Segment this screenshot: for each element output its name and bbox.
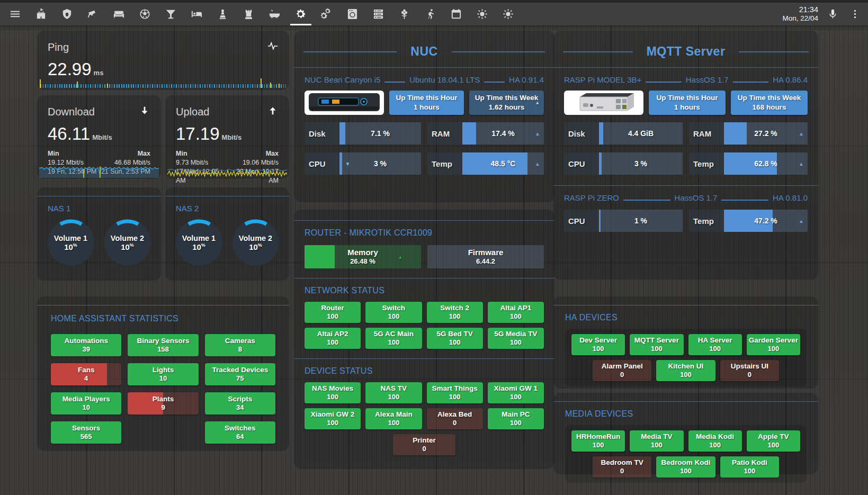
sensor-row[interactable]: CPU 3 % <box>564 152 683 175</box>
device-status-button[interactable]: Alexa Main 100 <box>365 408 422 429</box>
sensor-row[interactable]: Disk 7.1 % <box>305 122 421 145</box>
stat-button[interactable]: Switches 64 <box>205 421 275 444</box>
sensor-row[interactable]: RAM 27.2 % ▲ <box>689 122 808 145</box>
media-devices-row1: HRHomeRun 100 Media TV 100 Media Kodi 10… <box>571 430 800 452</box>
sensor-row[interactable]: CPU ▼ 3 % <box>305 152 421 175</box>
ha-device-button[interactable]: Garden Server 100 <box>747 334 800 355</box>
volume-gauge[interactable]: Volume 110% <box>46 217 96 268</box>
tab-chess-pawn-icon[interactable] <box>210 3 236 25</box>
tab-chess-rook-icon[interactable] <box>236 3 262 25</box>
device-status-button[interactable]: NAS TV 100 <box>365 382 422 403</box>
ha-device-button[interactable]: Upstairs UI 0 <box>720 360 779 381</box>
ping-title: Ping <box>48 41 69 53</box>
nas2-gauges: Volume 110% Volume 210% <box>165 217 289 268</box>
tab-cogs-icon[interactable] <box>314 3 339 25</box>
media-device-button[interactable]: HRHomeRun 100 <box>571 430 625 452</box>
media-device-button[interactable]: Bedroom Kodi 100 <box>656 456 715 478</box>
device-status-button[interactable]: Smart Things 100 <box>427 382 483 403</box>
network-status-button[interactable]: 5G AC Main 100 <box>365 328 422 349</box>
tab-castle-icon[interactable] <box>28 3 54 25</box>
stat-button[interactable]: Tracked Devices 75 <box>205 363 275 385</box>
device-status-button[interactable]: NAS Movies 100 <box>305 382 361 403</box>
mqtt-uptime-hour-button[interactable]: Up Time this Hour1 hours <box>649 91 726 115</box>
tab-server-icon[interactable] <box>365 3 391 25</box>
sensor-row[interactable]: Temp 47.2 % ▲ <box>689 210 808 232</box>
tab-sun-2-icon[interactable] <box>495 3 521 25</box>
router-status-card: ROUTER - MIKROTIK CCR1009 Memory 26.48 %… <box>294 210 554 469</box>
router-memory-block[interactable]: Memory 26.48 % ▲ <box>305 245 421 268</box>
device-status-button[interactable]: Xiaomi GW 2 100 <box>305 408 361 429</box>
nuc-uptime-week-button[interactable]: Up Time this Week1.62 hours ▲ <box>469 91 544 115</box>
sensor-row[interactable]: Temp 48.5 °C ▲ <box>427 152 544 175</box>
tab-sun-icon[interactable] <box>469 3 495 25</box>
media-device-button[interactable]: Media Kodi 100 <box>688 430 742 452</box>
tab-bathtub-icon[interactable] <box>262 3 288 25</box>
upload-card[interactable]: Upload 17.19Mbit/s Min 9.73 Mbit/s 17 We… <box>165 95 289 179</box>
device-status-button[interactable]: Main PC 100 <box>488 408 544 429</box>
device-status-button[interactable]: Xiaomi GW 1 100 <box>488 382 544 403</box>
printer-status-button[interactable]: Printer 0 <box>393 434 455 455</box>
network-status-button[interactable]: Altai AP2 100 <box>305 328 361 349</box>
stat-button[interactable]: Media Players 10 <box>51 392 121 415</box>
stat-button[interactable]: Sensors 565 <box>51 421 121 444</box>
tab-cog-icon[interactable] <box>288 3 314 25</box>
network-status-button[interactable]: 5G Bed TV 100 <box>427 328 483 349</box>
mqtt-uptime-week-button[interactable]: Up Time this Week168 hours <box>731 91 808 115</box>
stat-button[interactable]: Lights 10 <box>128 363 198 385</box>
trend-up-icon: ▲ <box>535 161 540 167</box>
upload-title: Upload <box>176 106 209 118</box>
network-status-button[interactable]: 5G Media TV 100 <box>488 328 544 349</box>
stat-button[interactable]: Binary Sensors 158 <box>128 334 198 356</box>
network-status-button[interactable]: Router 100 <box>305 302 361 323</box>
microphone-icon[interactable] <box>825 5 840 24</box>
network-status-title: NETWORK STATUS <box>305 286 544 295</box>
nas1-card: NAS 1 Volume 110% Volume 210% <box>37 187 161 281</box>
network-status-button[interactable]: Switch 100 <box>365 302 422 323</box>
download-card[interactable]: Download 46.11Mbit/s Min 19.12 Mbit/s 19… <box>37 95 161 179</box>
sensor-row[interactable]: RAM 17.4 % ▲ <box>427 122 544 145</box>
volume-gauge[interactable]: Volume 210% <box>102 217 153 268</box>
network-status-button[interactable]: Switch 2 100 <box>427 302 483 323</box>
tab-bed-icon[interactable] <box>184 3 210 25</box>
ping-card[interactable]: Ping 22.99ms <box>37 31 289 90</box>
media-device-button[interactable]: Media TV 100 <box>630 430 683 452</box>
ping-spike <box>279 84 280 88</box>
ha-device-button[interactable]: Kitchen UI 100 <box>656 360 715 381</box>
pulse-icon <box>267 40 279 54</box>
stat-button[interactable]: Cameras 8 <box>205 334 275 356</box>
ha-device-button[interactable]: Dev Server 100 <box>571 334 625 355</box>
volume-gauge[interactable]: Volume 110% <box>174 217 225 268</box>
media-device-button[interactable]: Patio Kodi 100 <box>720 456 779 478</box>
media-device-button[interactable]: Apple TV 100 <box>747 430 800 452</box>
mqtt-server-card: MQTT Server RASP Pi MODEL 3B+ HassOS 1.7… <box>553 31 818 280</box>
tab-cocktail-icon[interactable] <box>158 3 184 25</box>
nuc-uptime-hour-button[interactable]: Up Time this Hour1 hours <box>389 91 464 115</box>
stat-button[interactable]: Scripts 34 <box>205 392 275 415</box>
tab-cctv-icon[interactable] <box>80 3 106 25</box>
network-status-button[interactable]: Altai AP1 100 <box>488 302 544 323</box>
tab-washing-machine-icon[interactable] <box>339 3 365 25</box>
stat-button[interactable]: Fans 4 <box>51 363 121 385</box>
overflow-menu-icon[interactable] <box>847 5 863 24</box>
menu-icon[interactable] <box>2 3 28 25</box>
tab-run-icon[interactable] <box>417 3 443 25</box>
sensor-row[interactable]: Temp 62.8 % ▲ <box>689 152 808 175</box>
device-status-button[interactable]: Alexa Bed 0 <box>427 408 483 429</box>
tab-sofa-icon[interactable] <box>106 3 132 25</box>
router-firmware-block[interactable]: Firmware 6.44.2 <box>427 245 544 268</box>
ha-device-button[interactable]: Alarm Panel 0 <box>593 360 651 381</box>
tab-soccer-ball-icon[interactable] <box>132 3 158 25</box>
ha-device-button[interactable]: MQTT Server 100 <box>630 334 683 355</box>
download-arrow-icon <box>139 105 150 119</box>
tab-shield-home-icon[interactable] <box>54 3 80 25</box>
ha-device-button[interactable]: HA Server 100 <box>688 334 742 355</box>
stat-button[interactable]: Plants 9 <box>128 392 198 415</box>
stat-button[interactable]: Automations 39 <box>51 334 121 356</box>
media-device-button[interactable]: Bedroom TV 0 <box>593 456 651 478</box>
tab-calendar-icon[interactable] <box>443 3 469 25</box>
sensor-row[interactable]: CPU 1 % <box>564 210 683 232</box>
sensor-row[interactable]: Disk 4.4 GiB <box>564 122 683 145</box>
download-title: Download <box>48 106 95 118</box>
volume-gauge[interactable]: Volume 210% <box>230 217 281 268</box>
tab-flower-icon[interactable] <box>391 3 417 25</box>
